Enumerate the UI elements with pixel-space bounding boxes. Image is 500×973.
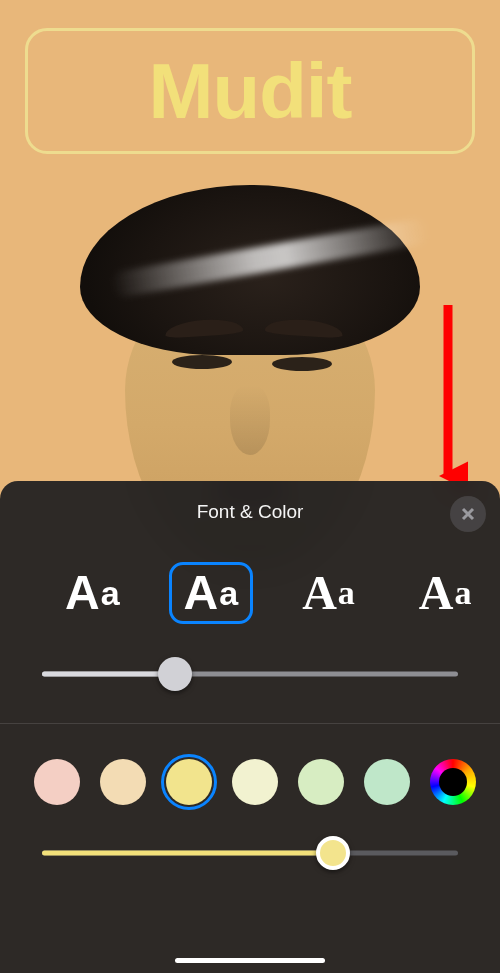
- color-swatch[interactable]: [100, 759, 146, 805]
- poster-editor-canvas: Mudit Font & Color AaAaAaAa: [0, 0, 500, 973]
- slider-thumb[interactable]: [158, 657, 192, 691]
- close-icon: [461, 507, 475, 521]
- font-sample-big: A: [419, 569, 454, 617]
- font-sample-big: A: [184, 569, 219, 617]
- sheet-header: Font & Color: [0, 481, 500, 543]
- font-option-serif[interactable]: Aa: [287, 562, 370, 624]
- font-sample-small: a: [101, 576, 120, 610]
- color-picker-button[interactable]: [430, 759, 476, 805]
- font-sample-small: a: [455, 576, 472, 610]
- font-sample-small: a: [219, 576, 238, 610]
- close-button[interactable]: [450, 496, 486, 532]
- font-picker-row: AaAaAaAa: [0, 543, 500, 635]
- font-sample-small: a: [338, 576, 355, 610]
- name-text: Mudit: [149, 46, 352, 137]
- slider-thumb[interactable]: [316, 836, 350, 870]
- color-swatch[interactable]: [166, 759, 212, 805]
- color-swatch[interactable]: [232, 759, 278, 805]
- font-sample-big: A: [65, 569, 100, 617]
- home-indicator[interactable]: [175, 958, 325, 963]
- font-sample-big: A: [302, 569, 337, 617]
- font-color-sheet: Font & Color AaAaAaAa: [0, 481, 500, 973]
- color-swatch[interactable]: [34, 759, 80, 805]
- sheet-title: Font & Color: [197, 501, 304, 523]
- font-weight-slider[interactable]: [42, 657, 458, 691]
- font-option-slab[interactable]: Aa: [404, 562, 487, 624]
- color-brightness-slider[interactable]: [42, 836, 458, 870]
- color-swatch-row: [0, 724, 500, 814]
- color-swatch[interactable]: [364, 759, 410, 805]
- name-text-field[interactable]: Mudit: [25, 28, 475, 154]
- color-swatch[interactable]: [298, 759, 344, 805]
- font-option-sans[interactable]: Aa: [50, 562, 135, 624]
- font-option-rounded[interactable]: Aa: [169, 562, 254, 624]
